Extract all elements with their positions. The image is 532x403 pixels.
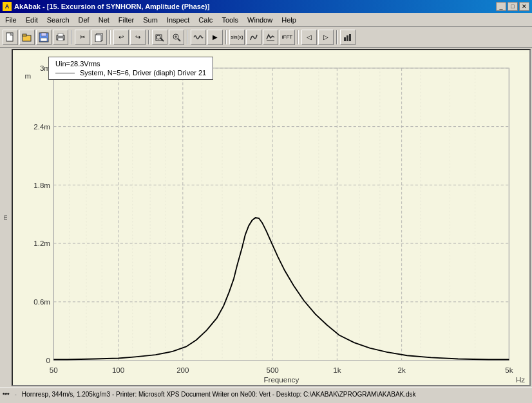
toolbar-wave[interactable] <box>191 30 206 45</box>
svg-text:2.4m: 2.4m <box>33 122 50 131</box>
menu-help[interactable]: Help <box>278 14 300 26</box>
status-bar: *** - Hornresp, 344m/s, 1.205kg/m3 - Pri… <box>0 388 532 400</box>
legend-line: System, N=5=6, Driver (diaph) Driver 21 <box>80 69 206 77</box>
toolbar-calc2[interactable] <box>246 30 261 45</box>
svg-rect-21 <box>347 35 348 41</box>
svg-text:1.8m: 1.8m <box>33 181 50 189</box>
toolbar-redo[interactable]: ↪ <box>130 30 146 45</box>
toolbar-sep-6 <box>298 30 299 44</box>
chart-svg: 3m 2.4m 1.8m 1.2m 0.6m 0 50 100 200 500 … <box>13 50 529 385</box>
maximize-button[interactable]: □ <box>508 2 518 11</box>
svg-point-14 <box>157 35 160 39</box>
menu-calc[interactable]: Calc <box>195 14 216 26</box>
title-bar-buttons[interactable]: _ □ ✕ <box>496 2 529 11</box>
svg-text:500: 500 <box>266 366 278 374</box>
svg-text:50: 50 <box>50 366 58 374</box>
toolbar-sep-2 <box>109 30 111 44</box>
svg-rect-0 <box>6 33 13 41</box>
toolbar-sep-4 <box>187 30 188 44</box>
toolbar-zoom[interactable] <box>152 30 167 45</box>
svg-text:m: m <box>24 71 31 80</box>
svg-rect-24 <box>53 68 509 361</box>
toolbar-zoom2[interactable] <box>169 30 184 45</box>
svg-text:Hz: Hz <box>516 375 525 384</box>
main-area: m Uin=28.3Vrms System, N=5=6, Driver (di… <box>0 48 532 388</box>
toolbar: ✂ ↩ ↪ ▶ sin(x) iFFT ◁ ▷ <box>0 27 532 48</box>
y-ruler-label: m <box>2 215 8 220</box>
menu-inspect[interactable]: Inspect <box>163 14 193 26</box>
title-bar: A AkAbak - [15. Excursion of SYNHORN, Am… <box>0 0 532 13</box>
svg-rect-20 <box>344 37 346 41</box>
svg-text:100: 100 <box>112 366 124 374</box>
menu-tools[interactable]: Tools <box>218 14 242 26</box>
window-title: AkAbak - [15. Excursion of SYNHORN, Ampl… <box>14 3 209 10</box>
svg-rect-6 <box>41 38 47 41</box>
left-ruler: m <box>0 48 10 388</box>
svg-text:1.2m: 1.2m <box>33 239 50 247</box>
svg-text:200: 200 <box>176 366 189 374</box>
menu-net[interactable]: Net <box>95 14 113 26</box>
menu-def[interactable]: Def <box>75 14 93 26</box>
toolbar-new[interactable] <box>3 30 18 45</box>
toolbar-sep-3 <box>148 30 149 44</box>
svg-text:0: 0 <box>46 356 50 364</box>
toolbar-calc1[interactable]: sin(x) <box>229 30 245 45</box>
svg-text:2k: 2k <box>397 366 405 374</box>
svg-text:1k: 1k <box>333 366 341 374</box>
toolbar-open[interactable] <box>19 30 35 45</box>
title-bar-left: A AkAbak - [15. Excursion of SYNHORN, Am… <box>3 2 209 11</box>
toolbar-undo[interactable]: ↩ <box>113 30 129 45</box>
toolbar-sep-5 <box>225 30 227 44</box>
menu-file[interactable]: File <box>1 14 21 26</box>
app-icon: A <box>3 2 12 11</box>
status-marker: *** <box>3 391 10 398</box>
toolbar-play[interactable]: ▶ <box>207 30 223 45</box>
toolbar-print[interactable] <box>53 30 68 45</box>
legend-box: Uin=28.3Vrms System, N=5=6, Driver (diap… <box>48 57 213 80</box>
menu-bar: File Edit Search Def Net Filter Sum Insp… <box>0 13 532 27</box>
svg-text:5k: 5k <box>505 366 513 374</box>
close-button[interactable]: ✕ <box>519 2 529 11</box>
toolbar-next[interactable]: ▷ <box>318 30 334 45</box>
toolbar-copy[interactable] <box>91 30 107 45</box>
svg-text:Frequency: Frequency <box>263 375 299 384</box>
svg-rect-22 <box>349 34 351 41</box>
svg-rect-5 <box>41 33 46 36</box>
svg-line-16 <box>178 39 180 41</box>
toolbar-sep-7 <box>336 30 337 44</box>
svg-rect-9 <box>58 38 63 41</box>
svg-text:0.6m: 0.6m <box>33 297 50 306</box>
menu-window[interactable]: Window <box>243 14 276 26</box>
toolbar-cut[interactable]: ✂ <box>75 30 90 45</box>
chart-container: Uin=28.3Vrms System, N=5=6, Driver (diap… <box>12 49 531 386</box>
menu-search[interactable]: Search <box>43 14 73 26</box>
toolbar-ifft[interactable]: iFFT <box>280 30 295 45</box>
menu-filter[interactable]: Filter <box>115 14 138 26</box>
svg-rect-11 <box>95 35 101 42</box>
minimize-button[interactable]: _ <box>496 2 506 11</box>
toolbar-prev[interactable]: ◁ <box>301 30 317 45</box>
toolbar-graph[interactable] <box>340 30 356 45</box>
svg-rect-3 <box>23 34 26 36</box>
toolbar-save[interactable] <box>36 30 52 45</box>
menu-sum[interactable]: Sum <box>139 14 162 26</box>
legend-uin: Uin=28.3Vrms <box>55 60 206 68</box>
menu-edit[interactable]: Edit <box>22 14 42 26</box>
status-separator: - <box>15 391 17 398</box>
status-text: Hornresp, 344m/s, 1.205kg/m3 - Printer: … <box>22 391 416 398</box>
toolbar-calc3[interactable] <box>263 30 278 45</box>
svg-rect-8 <box>58 33 63 36</box>
toolbar-sep-1 <box>71 30 72 44</box>
